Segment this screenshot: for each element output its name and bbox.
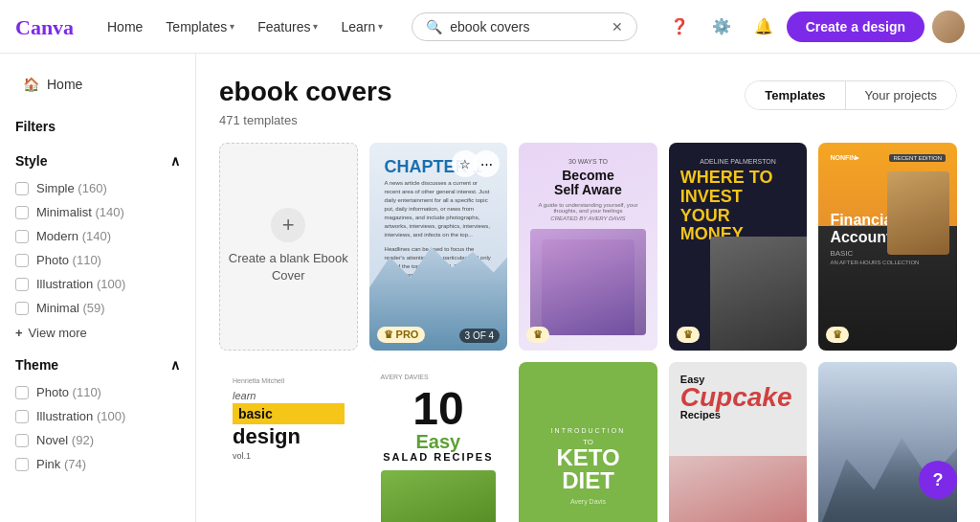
search-icon: 🔍 — [426, 19, 442, 34]
style-simple[interactable]: Simple (160) — [0, 176, 195, 200]
svg-text:Canva: Canva — [15, 15, 74, 39]
template-card[interactable]: INTRODUCTION TO KETO DIET Avery Davis ♛ — [519, 362, 657, 522]
avatar[interactable] — [932, 11, 965, 43]
style-view-more[interactable]: + View more — [0, 320, 195, 346]
chevron-down-icon: ▾ — [230, 21, 234, 32]
style-minimal[interactable]: Minimal (59) — [0, 296, 195, 320]
chevron-down-icon: ▾ — [378, 21, 383, 32]
sidebar-item-home[interactable]: 🏠 Home — [8, 69, 188, 100]
chevron-up-icon: ∧ — [170, 153, 180, 169]
theme-filter-section: Theme ∧ Photo (110) Illustration (100) N… — [0, 350, 195, 476]
nav-templates[interactable]: Templates ▾ — [156, 13, 244, 40]
view-toggle: Templates Your projects — [745, 80, 957, 110]
style-modern[interactable]: Modern (140) — [0, 224, 195, 248]
theme-illustration[interactable]: Illustration (100) — [0, 404, 195, 428]
theme-novel[interactable]: Novel (92) — [0, 428, 195, 452]
theme-pink-checkbox[interactable] — [15, 458, 29, 471]
template-card[interactable]: CHAPTER 1 A news article discusses a cur… — [369, 143, 508, 351]
blank-card[interactable]: + Create a blank Ebook Cover — [219, 143, 358, 351]
header-row: Templates Your projects ebook covers 471… — [219, 77, 957, 143]
style-photo[interactable]: Photo (110) — [0, 248, 195, 272]
style-illustration[interactable]: Illustration (100) — [0, 272, 195, 296]
template-card[interactable]: AVERY DAVIES 10 Easy SALAD RECIPES — [369, 362, 508, 522]
theme-pink[interactable]: Pink (74) — [0, 452, 195, 476]
template-card[interactable]: Henrietta Mitchell learn basic design vo… — [219, 362, 358, 522]
help-icon-btn[interactable]: ❓ — [664, 11, 695, 42]
sidebar: 🏠 Home Filters Style ∧ Simple (160) Mini… — [0, 54, 196, 522]
filters-title: Filters — [0, 111, 195, 146]
header: Canva Home Templates ▾ Features ▾ Learn … — [0, 0, 980, 54]
nav-learn[interactable]: Learn ▾ — [331, 13, 392, 40]
template-count: 471 templates — [219, 113, 957, 127]
notifications-icon-btn[interactable]: 🔔 — [748, 11, 779, 42]
style-filter-section: Style ∧ Simple (160) Minimalist (140) Mo… — [0, 146, 195, 346]
main-layout: 🏠 Home Filters Style ∧ Simple (160) Mini… — [0, 54, 980, 522]
style-illustration-checkbox[interactable] — [15, 278, 29, 291]
style-minimalist[interactable]: Minimalist (140) — [0, 200, 195, 224]
theme-photo-checkbox[interactable] — [15, 386, 29, 399]
template-card[interactable]: ADELINE PALMERSTON WHERE TOINVESTYOURMON… — [669, 143, 808, 351]
theme-photo[interactable]: Photo (110) — [0, 380, 195, 404]
style-minimal-checkbox[interactable] — [15, 302, 29, 315]
your-projects-toggle-btn[interactable]: Your projects — [846, 81, 956, 109]
style-section-toggle[interactable]: Style ∧ — [0, 146, 195, 176]
chevron-down-icon: ▾ — [313, 21, 318, 32]
plus-icon: + — [15, 326, 23, 340]
style-modern-checkbox[interactable] — [15, 230, 29, 243]
main-content: Templates Your projects ebook covers 471… — [196, 54, 980, 522]
style-simple-checkbox[interactable] — [15, 182, 29, 195]
nav-features[interactable]: Features ▾ — [248, 13, 327, 40]
templates-grid: + Create a blank Ebook Cover CHAPTER 1 A… — [219, 143, 957, 522]
blank-card-label: Create a blank Ebook Cover — [220, 250, 357, 284]
header-icons: ❓ ⚙️ 🔔 — [664, 11, 779, 42]
templates-toggle-btn[interactable]: Templates — [746, 81, 844, 109]
theme-illustration-checkbox[interactable] — [15, 410, 29, 423]
main-nav: Home Templates ▾ Features ▾ Learn ▾ — [98, 13, 392, 40]
canva-logo[interactable]: Canva — [15, 13, 82, 40]
theme-section-toggle[interactable]: Theme ∧ — [0, 350, 195, 380]
settings-icon-btn[interactable]: ⚙️ — [706, 11, 737, 42]
theme-novel-checkbox[interactable] — [15, 434, 29, 447]
help-bubble[interactable]: ? — [919, 461, 957, 499]
create-design-button[interactable]: Create a design — [787, 11, 924, 42]
plus-icon: + — [271, 208, 305, 242]
chevron-up-icon: ∧ — [170, 357, 180, 373]
clear-search-button[interactable]: ✕ — [612, 19, 623, 34]
search-input[interactable] — [450, 19, 604, 34]
template-card[interactable]: Easy Cupcake Recipes — [669, 362, 808, 522]
nav-home[interactable]: Home — [98, 13, 152, 40]
template-card[interactable]: NONFIN▸ RECENT EDITION FinancialAccounti… — [818, 143, 957, 351]
template-card[interactable]: 30 WAYS TO BecomeSelf Aware A guide to u… — [519, 143, 657, 351]
style-minimalist-checkbox[interactable] — [15, 206, 29, 219]
search-bar: 🔍 ✕ — [412, 12, 637, 41]
style-photo-checkbox[interactable] — [15, 254, 29, 267]
home-icon: 🏠 — [23, 77, 39, 92]
